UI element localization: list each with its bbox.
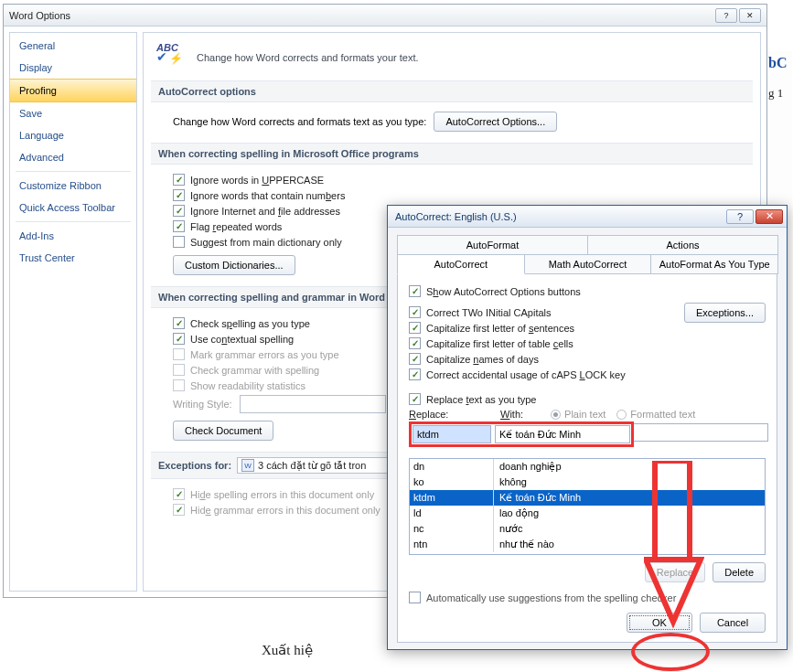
- list-item[interactable]: ktdmKế toán Đức Minh: [410, 490, 765, 506]
- lbl-repeated: Flag repeated words: [190, 221, 282, 232]
- nav-customize-ribbon[interactable]: Customize Ribbon: [10, 175, 136, 197]
- ac-close-button[interactable]: ✕: [755, 209, 783, 224]
- autocorrect-dialog: AutoCorrect: English (U.S.) ? ✕ AutoForm…: [387, 205, 788, 650]
- word-options-titlebar[interactable]: Word Options ? ✕: [4, 5, 766, 27]
- lbl-show-ac-buttons: Show AutoCorrect Options buttons: [426, 286, 581, 297]
- proofing-icon: ABC ✔⚡: [156, 44, 188, 71]
- chk-internet[interactable]: [173, 205, 185, 217]
- lbl-replace: Replace:: [409, 409, 489, 420]
- lbl-check-grammar: Check grammar with spelling: [190, 365, 319, 376]
- lbl-writing-style: Writing Style:: [173, 399, 232, 410]
- replace-inputs-highlight: [409, 421, 634, 447]
- input-with[interactable]: [495, 425, 630, 443]
- close-button[interactable]: ✕: [739, 8, 761, 23]
- ac-help-button[interactable]: ?: [726, 209, 754, 224]
- lbl-auto-suggest: Automatically use suggestions from the s…: [426, 592, 676, 603]
- lbl-contextual: Use contextual spelling: [190, 334, 294, 345]
- nav-save[interactable]: Save: [10, 102, 136, 124]
- tab-actions[interactable]: Actions: [587, 235, 778, 254]
- nav-proofing[interactable]: Proofing: [10, 79, 136, 102]
- section-spelling-title: When correcting spelling in Microsoft Of…: [151, 143, 753, 165]
- radio-plain-text: Plain text: [551, 409, 605, 420]
- lbl-mark-grammar: Mark grammar errors as you type: [190, 349, 339, 360]
- autocorrect-row-label: Change how Word corrects and formats tex…: [173, 116, 426, 127]
- delete-button[interactable]: Delete: [713, 562, 766, 582]
- exceptions-doc-select[interactable]: W 3 cách đặt từ gõ tắt tron: [237, 457, 392, 474]
- chk-replace-as-you-type[interactable]: [409, 393, 421, 405]
- tab-autoformat-as-you-type[interactable]: AutoFormat As You Type: [650, 254, 778, 274]
- replace-button: Replace: [645, 562, 705, 582]
- exceptions-button[interactable]: Exceptions...: [684, 303, 766, 323]
- help-button[interactable]: ?: [715, 8, 737, 23]
- ok-button[interactable]: OK: [627, 613, 692, 633]
- proofing-header-text: Change how Word corrects and formats you…: [197, 52, 419, 63]
- proofing-header: ABC ✔⚡ Change how Word corrects and form…: [156, 44, 747, 71]
- nav-advanced[interactable]: Advanced: [10, 146, 136, 168]
- input-replace[interactable]: [413, 425, 491, 443]
- lbl-main-dict: Suggest from main dictionary only: [190, 237, 342, 248]
- bg-fragment-1: bC: [768, 55, 787, 71]
- tab-autoformat[interactable]: AutoFormat: [397, 235, 588, 254]
- nav-language[interactable]: Language: [10, 124, 136, 146]
- chk-days[interactable]: [409, 353, 421, 365]
- word-doc-icon: W: [241, 459, 254, 472]
- tab-autocorrect[interactable]: AutoCorrect: [397, 254, 525, 274]
- input-with-ext[interactable]: [634, 423, 768, 442]
- lbl-days: Capitalize names of days: [426, 354, 539, 365]
- nav-quick-access[interactable]: Quick Access Toolbar: [10, 197, 136, 219]
- tab-math-autocorrect[interactable]: Math AutoCorrect: [524, 254, 652, 274]
- writing-style-select: [240, 395, 386, 413]
- list-item[interactable]: dndoanh nghiệp: [410, 459, 765, 475]
- lbl-hide-spell: Hide spelling errors in this document on…: [190, 489, 374, 500]
- lbl-replace-as-you-type: Replace text as you type: [426, 394, 536, 405]
- chk-capslock[interactable]: [409, 368, 421, 380]
- autocorrect-titlebar[interactable]: AutoCorrect: English (U.S.) ? ✕: [388, 206, 787, 228]
- lbl-readability: Show readability statistics: [190, 380, 305, 391]
- word-options-title: Word Options: [9, 10, 70, 21]
- nav-general[interactable]: General: [10, 35, 136, 57]
- lbl-sentence: Capitalize first letter of sentences: [426, 323, 574, 334]
- autocorrect-options-button[interactable]: AutoCorrect Options...: [434, 112, 557, 132]
- check-document-button[interactable]: Check Document: [173, 421, 273, 441]
- chk-auto-suggest[interactable]: [409, 592, 421, 603]
- chk-sentence[interactable]: [409, 322, 421, 334]
- autocorrect-title: AutoCorrect: English (U.S.): [395, 211, 517, 222]
- chk-table-cells[interactable]: [409, 337, 421, 349]
- chk-readability: [173, 379, 185, 391]
- custom-dictionaries-button[interactable]: Custom Dictionaries...: [173, 255, 295, 275]
- autocorrect-list[interactable]: dndoanh nghiệpkokhôngktdmKế toán Đức Min…: [409, 458, 766, 555]
- lbl-uppercase: Ignore words in UPPERCASE: [190, 175, 324, 186]
- chk-hide-spell: [173, 488, 185, 500]
- ac-panel: Show AutoCorrect Options buttons Correct…: [397, 273, 777, 643]
- chk-show-ac-buttons[interactable]: [409, 285, 421, 297]
- lbl-table-cells: Capitalize first letter of table cells: [426, 338, 573, 349]
- chk-two-caps[interactable]: [409, 306, 421, 318]
- lbl-internet: Ignore Internet and file addresses: [190, 206, 340, 217]
- chk-mark-grammar: [173, 348, 185, 360]
- lbl-numbers: Ignore words that contain numbers: [190, 190, 345, 201]
- nav-display[interactable]: Display: [10, 57, 136, 79]
- lbl-two-caps: Correct TWo INitial CApitals: [426, 307, 552, 318]
- background-paragraph: Xuất hiệ: [262, 642, 313, 658]
- nav-trust-center[interactable]: Trust Center: [10, 247, 136, 269]
- list-item[interactable]: kokhông: [410, 475, 765, 490]
- list-item[interactable]: ncnước: [410, 521, 765, 537]
- bg-fragment-2: g 1: [768, 86, 783, 101]
- options-nav: General Display Proofing Save Language A…: [9, 32, 137, 592]
- list-item[interactable]: ldlao động: [410, 506, 765, 521]
- list-item[interactable]: ntnnhư thế nào: [410, 537, 765, 552]
- nav-add-ins[interactable]: Add-Ins: [10, 225, 136, 247]
- chk-spell-type[interactable]: [173, 317, 185, 329]
- radio-formatted-text: Formatted text: [616, 409, 695, 420]
- chk-contextual[interactable]: [173, 333, 185, 345]
- chk-hide-grammar: [173, 504, 185, 516]
- section-autocorrect-title: AutoCorrect options: [151, 80, 753, 102]
- lbl-capslock: Correct accidental usage of cAPS LOCK ke…: [426, 369, 626, 380]
- chk-uppercase[interactable]: [173, 174, 185, 186]
- chk-main-dict[interactable]: [173, 236, 185, 248]
- chk-numbers[interactable]: [173, 189, 185, 201]
- lbl-hide-grammar: Hide grammar errors in this document onl…: [190, 505, 380, 516]
- chk-repeated[interactable]: [173, 220, 185, 232]
- ac-tabstrip: AutoFormat Actions AutoCorrect Math Auto…: [397, 235, 777, 274]
- cancel-button[interactable]: Cancel: [700, 613, 766, 633]
